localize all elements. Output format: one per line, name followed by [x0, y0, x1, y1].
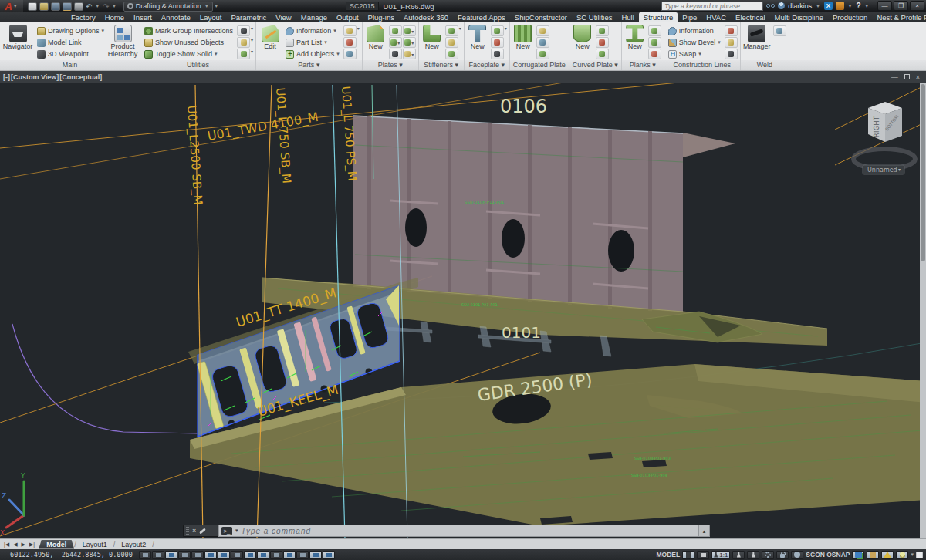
- new-drawing-icon[interactable]: [28, 2, 37, 11]
- panel-label-weld[interactable]: Weld: [741, 60, 789, 70]
- 3d-viewpoint-button[interactable]: 3D Viewpoint: [35, 49, 106, 59]
- tab-layout[interactable]: Layout: [195, 12, 227, 22]
- faceplate-tool-2-button[interactable]: [491, 37, 504, 48]
- prev-tab-icon[interactable]: ◀: [12, 541, 19, 548]
- qat-customize-caret-icon[interactable]: ▾: [215, 3, 218, 9]
- caret-down-icon[interactable]: ▾: [251, 25, 253, 36]
- lineweight-toggle[interactable]: [270, 551, 282, 559]
- stiffeners-tool-3-button[interactable]: [445, 49, 458, 59]
- planks-tool-1-button[interactable]: [648, 25, 661, 36]
- scon-osnap-label[interactable]: SCON OSNAP: [806, 551, 850, 558]
- part-tag[interactable]: SSB-0103-P01-903: [634, 456, 671, 460]
- tab-view[interactable]: View: [271, 12, 296, 22]
- caret-down-icon[interactable]: ▾: [251, 49, 253, 59]
- tab-hull[interactable]: Hull: [617, 12, 638, 22]
- ortho-mode-toggle[interactable]: [178, 551, 191, 559]
- help-caret-icon[interactable]: ▾: [865, 3, 868, 9]
- viewport-view-control[interactable]: [Custom View]: [11, 73, 59, 81]
- curved-tool-2-button[interactable]: [596, 37, 609, 48]
- last-tab-icon[interactable]: ▶|: [28, 541, 36, 548]
- tab-production[interactable]: Production: [828, 12, 872, 22]
- part-tag[interactable]: SSU-0101-P01-P01: [461, 302, 498, 307]
- new-stiffener-button[interactable]: New: [421, 24, 443, 51]
- tab-autodesk360[interactable]: Autodesk 360: [399, 12, 453, 22]
- toggle-show-solid-button[interactable]: Toggle Show Solid ▾: [143, 49, 235, 59]
- open-icon[interactable]: [39, 2, 49, 11]
- user-menu-caret-icon[interactable]: ▾: [816, 3, 820, 9]
- infer-constraints-toggle[interactable]: [139, 551, 151, 559]
- save-as-icon[interactable]: [63, 2, 72, 11]
- part-list-button[interactable]: Part List ▾: [284, 37, 341, 48]
- toolbar-lock-button[interactable]: [776, 551, 789, 559]
- tab-electrical[interactable]: Electrical: [731, 12, 770, 22]
- command-close-icon[interactable]: ×: [192, 528, 196, 535]
- panel-label-utilities[interactable]: Utilities: [140, 60, 255, 70]
- mark-group-intersections-button[interactable]: Mark Group Intersections: [143, 25, 235, 36]
- redo-icon[interactable]: ↷: [103, 2, 109, 11]
- parts-tool-2-button[interactable]: [343, 37, 357, 48]
- navigator-button[interactable]: Navigator: [2, 24, 33, 51]
- weld-manager-button[interactable]: Manager: [743, 24, 771, 51]
- doc-restore-button[interactable]: [904, 74, 910, 79]
- help-icon[interactable]: ?: [856, 2, 860, 10]
- customize-wrench-icon[interactable]: [199, 528, 206, 534]
- recent-commands-caret-icon[interactable]: ▾: [235, 528, 238, 534]
- caret-down-icon[interactable]: ▾: [505, 25, 507, 36]
- cursor-coordinates[interactable]: -60122.4950, -26442.8845, 0.0000: [0, 551, 139, 558]
- workspace-switcher[interactable]: Drafting & Annotation ▾: [123, 2, 214, 12]
- new-faceplate-button[interactable]: New: [467, 24, 488, 51]
- plot-icon[interactable]: [74, 2, 83, 11]
- tab-annotate[interactable]: Annotate: [157, 12, 195, 22]
- new-curved-plate-button[interactable]: New: [572, 24, 593, 51]
- model-link-button[interactable]: Model Link: [35, 37, 106, 48]
- annotation-visibility-button[interactable]: [732, 551, 745, 559]
- plates-tool-3-button[interactable]: ▾: [389, 37, 402, 48]
- snap-mode-toggle[interactable]: [152, 551, 164, 559]
- drawing-area[interactable]: SSU-0106-P11-P01 0106 SSU-0101-P01-P01 0…: [0, 71, 926, 538]
- parts-tool-3-button[interactable]: [343, 49, 357, 59]
- tab-factory[interactable]: Factory: [66, 12, 100, 22]
- named-view-label[interactable]: Unnamed: [867, 167, 897, 174]
- tab-plugins[interactable]: Plug-ins: [363, 12, 399, 22]
- show-unused-objects-button[interactable]: Show Unused Objects: [143, 37, 235, 48]
- edit-part-button[interactable]: Edit: [259, 24, 282, 51]
- clean-screen-button[interactable]: [916, 552, 923, 558]
- command-history-button[interactable]: ▴: [699, 525, 710, 537]
- label-deck-0101[interactable]: 0101: [502, 323, 541, 342]
- utilities-tool-2-button[interactable]: [237, 37, 250, 48]
- planks-tool-3-button[interactable]: [648, 49, 661, 59]
- caret-down-icon[interactable]: ▾: [357, 25, 360, 36]
- plates-tool-1-button[interactable]: [389, 25, 402, 36]
- model-canvas[interactable]: SSU-0106-P11-P01 0106 SSU-0101-P01-P01 0…: [0, 71, 926, 538]
- corrugated-tool-3-button[interactable]: [536, 49, 549, 59]
- add-objects-button[interactable]: Add Objects ▾: [284, 49, 341, 59]
- planks-tool-2-button[interactable]: [648, 37, 661, 48]
- doc-minimize-button[interactable]: —: [891, 73, 898, 81]
- next-tab-icon[interactable]: ▶: [20, 541, 27, 548]
- plates-tool-6-button[interactable]: ▾: [403, 49, 416, 59]
- plates-tool-2-button[interactable]: ▾: [403, 25, 416, 36]
- plates-tool-5-button[interactable]: [389, 49, 402, 59]
- curved-tool-1-button[interactable]: [596, 25, 609, 36]
- faceplate-tool-3-button[interactable]: [491, 49, 504, 59]
- drag-handle-icon[interactable]: [186, 527, 189, 535]
- corrugated-tool-2-button[interactable]: [536, 37, 549, 48]
- tab-home[interactable]: Home: [100, 12, 129, 22]
- object-snap-tracking-toggle[interactable]: [231, 551, 243, 559]
- utilities-tool-1-button[interactable]: [237, 25, 250, 36]
- command-input[interactable]: >_ ▾ Type a command: [218, 525, 699, 537]
- new-plate-button[interactable]: New: [365, 24, 387, 51]
- tab-featured-apps[interactable]: Featured Apps: [453, 12, 510, 22]
- corrugated-tool-1-button[interactable]: [536, 25, 549, 36]
- scrollbar-thumb[interactable]: [921, 84, 925, 261]
- panel-label-plates[interactable]: Plates ▾: [363, 60, 418, 70]
- autodesk-exchange-icon[interactable]: X: [824, 2, 833, 10]
- minimize-button[interactable]: —: [877, 1, 892, 11]
- construction-tool-1-button[interactable]: [725, 25, 738, 36]
- parts-tool-1-button[interactable]: [343, 25, 357, 36]
- grid-display-toggle[interactable]: [165, 551, 177, 559]
- tab-multi-discipline[interactable]: Multi Discipline: [770, 12, 828, 22]
- status-menu-caret-icon[interactable]: ▾: [911, 552, 914, 558]
- save-icon[interactable]: [51, 2, 60, 11]
- tab-layout2[interactable]: Layout2: [115, 540, 152, 549]
